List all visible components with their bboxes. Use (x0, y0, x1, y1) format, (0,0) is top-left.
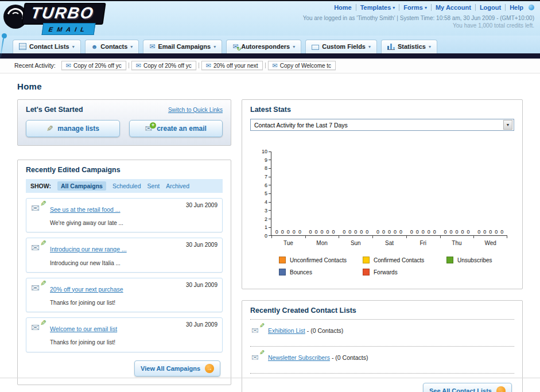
chart-bar-group: 00000 (440, 152, 474, 235)
logo-subtitle: EMAIL (48, 26, 89, 33)
chart-x-label: Tue (271, 236, 305, 246)
chevron-down-icon: ▾ (72, 44, 75, 49)
select-caret-icon: ▼ (503, 120, 512, 130)
campaign-row: ✉✎ 20% off your next purchase Thanks for… (26, 278, 223, 312)
email-campaigns-icon: ✉ (149, 43, 155, 50)
recent-activity-item[interactable]: ✉Copy of Welcome tc (268, 61, 336, 70)
legend-swatch-icon (279, 257, 286, 263)
see-all-contact-lists-button[interactable]: See All Contact Lists → (423, 383, 512, 392)
manage-lists-button[interactable]: ✎ manage lists (26, 120, 120, 137)
legend-item: Confirmed Contacts (363, 257, 446, 263)
nav-logout-link[interactable]: Logout (476, 4, 506, 11)
get-started-title: Let's Get Started (26, 106, 83, 114)
chart-x-axis: TueMonSunSatFriThuWed (271, 236, 507, 246)
tab-contact-lists[interactable]: Contact Lists▾ (13, 40, 81, 53)
tab-autoresponders[interactable]: ✉↻ Autoresponders▾ (226, 40, 301, 53)
nav-home-link[interactable]: Home (330, 4, 356, 11)
filter-archived[interactable]: Archived (166, 183, 189, 189)
create-email-button[interactable]: ✉+ create an email (129, 120, 223, 137)
chevron-down-icon: ▾ (293, 44, 295, 49)
footer-divider (0, 378, 540, 378)
nav-help-link[interactable]: Help (506, 4, 527, 11)
get-started-panel: Let's Get Started Switch to Quick Links … (17, 99, 231, 146)
contacts-icon: ☻ (91, 43, 98, 50)
campaign-row: ✉✎ Introducing our new range ... Introdu… (26, 238, 223, 272)
campaign-title-link[interactable]: See us at the retail food ... (50, 206, 121, 213)
chart-bar-group: 00000 (271, 152, 305, 235)
chart-bar-group: 00000 (473, 152, 507, 235)
chevron-down-icon: ▾ (393, 5, 395, 10)
tab-custom-fields[interactable]: Custom Fields▾ (305, 40, 377, 53)
view-all-campaigns-button[interactable]: View All Campaigns → (134, 360, 220, 377)
chart-y-axis: 109876543210 (256, 149, 271, 239)
legend-item: Bounces (279, 269, 363, 275)
campaign-filter-strip: SHOW: All Campaigns Scheduled Sent Archi… (26, 179, 223, 193)
edit-campaign-icon: ✉✎ (31, 282, 45, 297)
help-bubble-icon[interactable] (529, 5, 534, 10)
legend-swatch-icon (363, 269, 370, 275)
recent-contact-lists-panel: Recently Created Contact Lists ✉✎ Exhibi… (242, 300, 523, 392)
recent-activity-label: Recent Activity: (14, 62, 56, 69)
filter-scheduled[interactable]: Scheduled (112, 183, 141, 189)
edit-list-icon: ✉✎ (251, 324, 263, 337)
tab-statistics[interactable]: Statistics▾ (381, 40, 437, 53)
chevron-down-icon: ▾ (213, 44, 216, 49)
edit-campaign-icon: ✉✎ (31, 242, 45, 257)
chart-bar-group: 00000 (406, 152, 440, 235)
chart-bar-group: 00000 (372, 152, 406, 235)
tab-email-campaigns[interactable]: ✉ Email Campaigns▾ (143, 40, 222, 53)
campaign-date: 30 Jun 2009 (186, 282, 217, 308)
edit-campaign-icon: ✉✎ (31, 202, 45, 217)
recent-activity-item[interactable]: ✉20% off your next (201, 61, 263, 70)
logo-title: TURBO (30, 4, 95, 22)
chart-bar-group: 00000 (339, 152, 372, 235)
switch-quick-links[interactable]: Switch to Quick Links (168, 107, 223, 113)
campaigns-title: Recently Edited Campaigns (26, 166, 223, 174)
credits-remaining: You have 1,000 total credits left. (453, 22, 534, 29)
chart-x-label: Sun (339, 236, 372, 246)
nav-forms-link[interactable]: Forms▾ (399, 4, 432, 11)
filter-all-campaigns[interactable]: All Campaigns (57, 181, 106, 191)
stats-period-select[interactable]: Contact Activity for the Last 7 Days ▼ (250, 119, 514, 131)
top-nav: Home Templates▾ Forms▾ My Account Logout… (330, 4, 534, 11)
logo-tail-decoration (2, 33, 7, 59)
envelope-icon: ✉ (66, 62, 71, 69)
chevron-down-icon: ▾ (425, 5, 427, 10)
envelope-icon: ✉ (136, 62, 141, 69)
recent-activity-item[interactable]: ✉Copy of 20% off yc (61, 61, 126, 70)
latest-stats-title: Latest Stats (250, 106, 514, 114)
recent-activity-bar: Recent Activity: ✉Copy of 20% off yc ✉Co… (0, 59, 540, 73)
campaign-title-link[interactable]: Introducing our new range ... (50, 246, 127, 253)
campaign-row: ✉✎ Welcome to our email list Thanks for … (26, 317, 223, 352)
nav-divider-bar (0, 53, 540, 59)
envelope-icon: ✉ (273, 62, 278, 69)
legend-item: Unsubscribes (446, 257, 530, 263)
header: TURBO EMAIL Home Templates▾ Forms▾ My Ac… (0, 0, 540, 36)
contact-list-link[interactable]: Newsletter Subscribers (268, 354, 330, 361)
recent-activity-item[interactable]: ✉Copy of 20% off yc (131, 61, 196, 70)
latest-stats-panel: Latest Stats Contact Activity for the La… (242, 99, 523, 289)
nav-my-account-link[interactable]: My Account (432, 4, 476, 11)
campaign-subtitle: We're giving away our late ... (50, 220, 123, 226)
contact-list-link[interactable]: Exhibition List (268, 327, 305, 334)
campaign-title-link[interactable]: 20% off your next purchase (50, 286, 123, 293)
campaign-title-link[interactable]: Welcome to our email list (50, 325, 117, 332)
filter-sent[interactable]: Sent (147, 183, 160, 189)
show-label: SHOW: (30, 183, 51, 189)
page-title: Home (17, 81, 523, 91)
plus-icon: + (150, 122, 156, 129)
arrow-right-icon: → (496, 386, 506, 392)
chart-plot: 00000000000000000000000000000000000 (271, 152, 507, 236)
contact-list-row: ✉✎ Newsletter Subscribers - (0 Contacts) (250, 347, 514, 368)
envelope-icon: ✉ (206, 62, 211, 69)
campaign-date: 30 Jun 2009 (186, 321, 217, 348)
main-nav-tabbar: Contact Lists▾ ☻ Contacts▾ ✉ Email Campa… (0, 36, 540, 53)
legend-swatch-icon (279, 269, 286, 275)
campaign-date: 30 Jun 2009 (186, 242, 217, 268)
chevron-down-icon: ▾ (368, 44, 371, 49)
nav-templates-link[interactable]: Templates▾ (356, 4, 400, 11)
contact-activity-chart: 109876543210 000000000000000000000000000… (256, 152, 514, 246)
arrow-right-icon: → (205, 364, 214, 373)
custom-fields-icon (312, 45, 319, 50)
tab-contacts[interactable]: ☻ Contacts▾ (85, 40, 139, 53)
